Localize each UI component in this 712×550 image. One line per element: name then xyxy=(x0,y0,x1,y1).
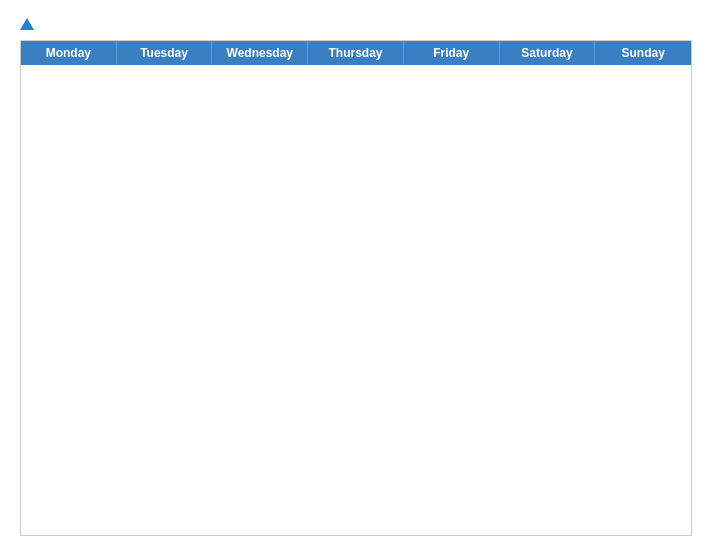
days-header: MondayTuesdayWednesdayThursdayFridaySatu… xyxy=(21,41,691,65)
header xyxy=(20,18,692,30)
logo xyxy=(20,18,38,30)
day-header-tuesday: Tuesday xyxy=(117,41,213,65)
day-header-sunday: Sunday xyxy=(595,41,691,65)
day-header-saturday: Saturday xyxy=(500,41,596,65)
calendar-page: MondayTuesdayWednesdayThursdayFridaySatu… xyxy=(0,0,712,550)
day-header-monday: Monday xyxy=(21,41,117,65)
day-header-friday: Friday xyxy=(404,41,500,65)
day-header-thursday: Thursday xyxy=(308,41,404,65)
logo-triangle-icon xyxy=(20,18,34,30)
logo-blue-row xyxy=(20,18,38,30)
weeks-container xyxy=(21,65,691,535)
calendar-grid: MondayTuesdayWednesdayThursdayFridaySatu… xyxy=(20,40,692,536)
day-header-wednesday: Wednesday xyxy=(212,41,308,65)
